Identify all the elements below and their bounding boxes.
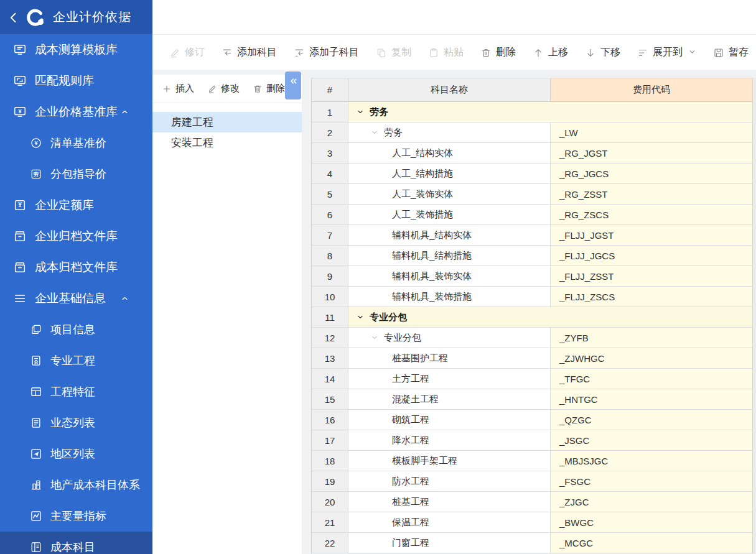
sidebar-item-成本测算模板库[interactable]: 成本测算模板库 (0, 34, 152, 65)
subject-name-cell[interactable]: 桩基围护工程 (348, 348, 551, 369)
subject-name-cell[interactable]: 防水工程 (348, 471, 551, 492)
table-row[interactable]: 11专业分包 (312, 307, 752, 328)
table-row[interactable]: 1劳务 (312, 102, 752, 122)
subject-name-cell[interactable]: 砌筑工程 (348, 410, 551, 430)
table-row[interactable]: 17降水工程_JSGC (312, 430, 752, 451)
sidebar-item-成本归档文件库[interactable]: 成本归档文件库 (0, 252, 152, 283)
subject-name-cell[interactable]: 降水工程 (348, 430, 551, 451)
column-header-fee-code[interactable]: 费用代码 (551, 78, 752, 102)
sidebar-item-工程特征[interactable]: 工程特征 (0, 376, 152, 407)
subject-name-cell[interactable]: 桩基工程 (348, 492, 551, 512)
subject-name-cell[interactable]: 辅料机具_装饰措施 (348, 287, 551, 307)
fee-code-cell[interactable]: _FSGC (551, 471, 752, 492)
sidebar-item-专业工程[interactable]: 专业工程 (0, 345, 152, 376)
toolbar-button-删除[interactable]: 删除 (480, 46, 516, 59)
fee-code-cell[interactable]: _FLJJ_ZSST (551, 266, 752, 287)
table-row[interactable]: 18模板脚手架工程_MBJSJGC (312, 451, 752, 471)
table-row[interactable]: 2劳务_LW (312, 122, 752, 143)
sidebar-item-企业基础信息[interactable]: 企业基础信息 (0, 283, 152, 314)
subject-name-cell[interactable]: 辅料机具_结构措施 (348, 246, 551, 266)
table-row[interactable]: 9辅料机具_装饰实体_FLJJ_ZSST (312, 266, 752, 287)
fee-code-cell[interactable]: _RG_ZSST (551, 184, 752, 205)
table-row[interactable]: 10辅料机具_装饰措施_FLJJ_ZSCS (312, 287, 752, 307)
subject-name-cell[interactable]: 人工_结构实体 (348, 143, 551, 164)
sidebar-item-企业价格基准库[interactable]: ¥企业价格基准库 (0, 96, 152, 127)
tree-toolbar-button-修改[interactable]: 修改 (207, 83, 240, 95)
fee-code-cell[interactable]: _TFGC (551, 369, 752, 389)
subject-group-cell[interactable]: 劳务 (348, 102, 752, 122)
table-row[interactable]: 13桩基围护工程_ZJWHGC (312, 348, 752, 369)
fee-code-cell[interactable]: _RG_ZSCS (551, 205, 752, 225)
table-row[interactable]: 5人工_装饰实体_RG_ZSST (312, 184, 752, 205)
fee-code-cell[interactable]: _LW (551, 122, 752, 143)
dropdown-caret[interactable] (688, 47, 696, 58)
table-row[interactable]: 22门窗工程_MCGC (312, 533, 752, 553)
subject-name-cell[interactable]: 土方工程 (348, 369, 551, 389)
table-row[interactable]: 15混凝土工程_HNTGC (312, 389, 752, 410)
toolbar-button-添加科目[interactable]: 添加科目 (222, 46, 277, 59)
tree-item-安装工程[interactable]: 安装工程 (152, 132, 302, 153)
toolbar-button-粘贴[interactable]: 粘贴 (428, 46, 464, 59)
sidebar-item-企业定额库[interactable]: ¥企业定额库 (0, 190, 152, 221)
table-row[interactable]: 7辅料机具_结构实体_FLJJ_JGST (312, 225, 752, 246)
subject-name-cell[interactable]: 模板脚手架工程 (348, 451, 551, 471)
tree-toolbar-button-删除[interactable]: 删除 (253, 83, 285, 95)
table-row[interactable]: 16砌筑工程_QZGC (312, 410, 752, 430)
fee-code-cell[interactable]: _ZJWHGC (551, 348, 752, 369)
fee-code-cell[interactable]: _MBJSJGC (551, 451, 752, 471)
sidebar-item-业态列表[interactable]: 业态列表 (0, 407, 152, 438)
sidebar-item-企业归档文件库[interactable]: 企业归档文件库 (0, 221, 152, 252)
sidebar-item-匹配规则库[interactable]: 匹配规则库 (0, 65, 152, 96)
table-row[interactable]: 8辅料机具_结构措施_FLJJ_JGCS (312, 246, 752, 266)
table-row[interactable]: 21保温工程_BWGC (312, 512, 752, 533)
expand-caret[interactable] (120, 294, 138, 303)
fee-code-cell[interactable]: _FLJJ_JGST (551, 225, 752, 246)
fee-code-cell[interactable]: _FLJJ_ZSCS (551, 287, 752, 307)
table-row[interactable]: 12专业分包_ZYFB (312, 328, 752, 348)
fee-code-cell[interactable]: _JSGC (551, 430, 752, 451)
toolbar-button-复制[interactable]: 复制 (376, 46, 411, 59)
fee-code-cell[interactable]: _FLJJ_JGCS (551, 246, 752, 266)
fee-code-cell[interactable]: _BWGC (551, 512, 752, 533)
subject-name-cell[interactable]: 劳务 (348, 122, 551, 143)
subject-name-cell[interactable]: 人工_装饰实体 (348, 184, 551, 205)
sidebar-item-项目信息[interactable]: 项目信息 (0, 314, 152, 345)
subject-name-cell[interactable]: 辅料机具_装饰实体 (348, 266, 551, 287)
table-row[interactable]: 3人工_结构实体_RG_JGST (312, 143, 752, 164)
subject-name-cell[interactable]: 专业分包 (348, 328, 551, 348)
tree-item-房建工程[interactable]: 房建工程 (152, 112, 302, 132)
fee-code-cell[interactable]: _RG_JGCS (551, 164, 752, 184)
sidebar-item-成本科目[interactable]: 成本科目 (0, 532, 152, 554)
expand-caret[interactable] (120, 108, 138, 117)
toolbar-button-修订[interactable]: 修订 (169, 46, 205, 59)
fee-code-cell[interactable]: _RG_JGST (551, 143, 752, 164)
vertical-scrollbar[interactable] (753, 78, 756, 554)
table-row[interactable]: 14土方工程_TFGC (312, 369, 752, 389)
subject-name-cell[interactable]: 辅料机具_结构实体 (348, 225, 551, 246)
fee-code-cell[interactable]: _ZJGC (551, 492, 752, 512)
fee-code-cell[interactable]: _QZGC (551, 410, 752, 430)
subject-name-cell[interactable]: 混凝土工程 (348, 389, 551, 410)
subject-name-cell[interactable]: 人工_结构措施 (348, 164, 551, 184)
toolbar-button-暂存[interactable]: 暂存 (713, 46, 749, 59)
fee-code-cell[interactable]: _ZYFB (551, 328, 752, 348)
toolbar-button-展开到[interactable]: 展开到 (637, 46, 696, 59)
column-header-index[interactable]: # (312, 78, 348, 102)
fee-code-cell[interactable]: _HNTGC (551, 389, 752, 410)
sidebar-item-清单基准价[interactable]: ¥清单基准价 (0, 127, 152, 159)
table-row[interactable]: 20桩基工程_ZJGC (312, 492, 752, 512)
subject-name-cell[interactable]: 人工_装饰措施 (348, 205, 551, 225)
table-row[interactable]: 6人工_装饰措施_RG_ZSCS (312, 205, 752, 225)
table-row[interactable]: 19防水工程_FSGC (312, 471, 752, 492)
fee-code-cell[interactable]: _MCGC (551, 533, 752, 553)
sidebar-item-分包指导价[interactable]: 劳分包指导价 (0, 159, 152, 190)
sidebar-item-地区列表[interactable]: 地区列表 (0, 438, 152, 469)
sidebar-item-地产成本科目体系[interactable]: 地产成本科目体系 (0, 469, 152, 501)
subject-group-cell[interactable]: 专业分包 (348, 307, 752, 328)
column-header-subject-name[interactable]: 科目名称 (348, 78, 551, 102)
sidebar-item-主要量指标[interactable]: 主要量指标 (0, 501, 152, 532)
toolbar-button-下移[interactable]: 下移 (585, 46, 620, 59)
toolbar-button-上移[interactable]: 上移 (533, 46, 568, 59)
subject-name-cell[interactable]: 门窗工程 (348, 533, 551, 553)
toolbar-button-添加子科目[interactable]: 添加子科目 (294, 46, 359, 59)
